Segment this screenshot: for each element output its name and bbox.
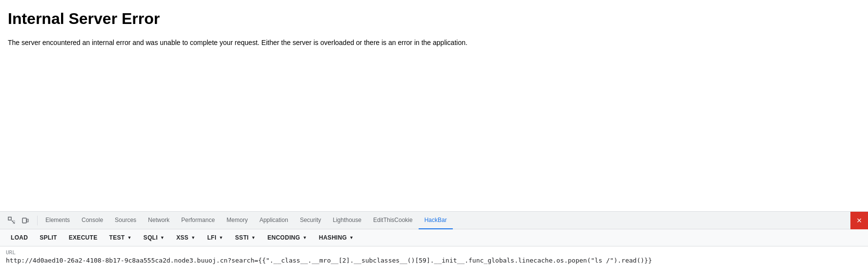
test-button[interactable]: TEST ▼ <box>105 232 137 243</box>
tab-memory[interactable]: Memory <box>221 212 254 229</box>
load-button[interactable]: LOAD <box>6 232 33 243</box>
sqli-chevron-icon: ▼ <box>160 235 165 240</box>
tab-security[interactable]: Security <box>294 212 327 229</box>
error-description: The server encountered an internal error… <box>8 38 860 48</box>
xss-chevron-icon: ▼ <box>191 235 195 240</box>
tab-editthiscookie[interactable]: EditThisCookie <box>367 212 419 229</box>
tab-lighthouse[interactable]: Lighthouse <box>327 212 367 229</box>
split-button[interactable]: SPLIT <box>35 232 62 243</box>
lfi-chevron-icon: ▼ <box>219 235 223 240</box>
hashing-chevron-icon: ▼ <box>349 235 354 240</box>
tab-hackbar[interactable]: HackBar <box>419 212 453 229</box>
encoding-button[interactable]: ENCODING ▼ <box>262 232 312 243</box>
error-title: Internal Server Error <box>8 10 860 28</box>
main-content: Internal Server Error The server encount… <box>0 0 868 58</box>
hackbar-toolbar: LOAD SPLIT EXECUTE TEST ▼ SQLI ▼ XSS ▼ L… <box>0 229 868 246</box>
url-value[interactable]: http://4d0aed10-26a2-4108-8b17-9c8aa555c… <box>6 257 862 264</box>
devtools-close-button[interactable] <box>850 212 868 229</box>
svg-rect-0 <box>8 217 11 220</box>
svg-rect-1 <box>22 218 26 223</box>
xss-button[interactable]: XSS ▼ <box>171 232 200 243</box>
tab-console[interactable]: Console <box>76 212 109 229</box>
ssti-chevron-icon: ▼ <box>251 235 255 240</box>
test-chevron-icon: ▼ <box>127 235 131 240</box>
inspect-element-icon[interactable] <box>6 215 18 226</box>
tab-application[interactable]: Application <box>254 212 294 229</box>
device-toggle-icon[interactable] <box>20 215 31 226</box>
tab-performance[interactable]: Performance <box>175 212 221 229</box>
tab-network[interactable]: Network <box>142 212 175 229</box>
tab-sources[interactable]: Sources <box>109 212 142 229</box>
hashing-button[interactable]: HASHING ▼ <box>314 232 359 243</box>
svg-rect-2 <box>27 219 28 222</box>
sqli-button[interactable]: SQLI ▼ <box>139 232 169 243</box>
lfi-button[interactable]: LFI ▼ <box>202 232 228 243</box>
devtools-tabs-bar: Elements Console Sources Network Perform… <box>0 212 868 229</box>
devtools-panel: Elements Console Sources Network Perform… <box>0 211 868 266</box>
encoding-chevron-icon: ▼ <box>302 235 307 240</box>
devtools-icon-group <box>2 215 35 226</box>
ssti-button[interactable]: SSTI ▼ <box>230 232 260 243</box>
tab-elements[interactable]: Elements <box>40 212 76 229</box>
url-label: URL <box>6 249 862 256</box>
tab-divider <box>37 216 38 225</box>
execute-button[interactable]: EXECUTE <box>64 232 103 243</box>
url-section: URL http://4d0aed10-26a2-4108-8b17-9c8aa… <box>0 246 868 266</box>
